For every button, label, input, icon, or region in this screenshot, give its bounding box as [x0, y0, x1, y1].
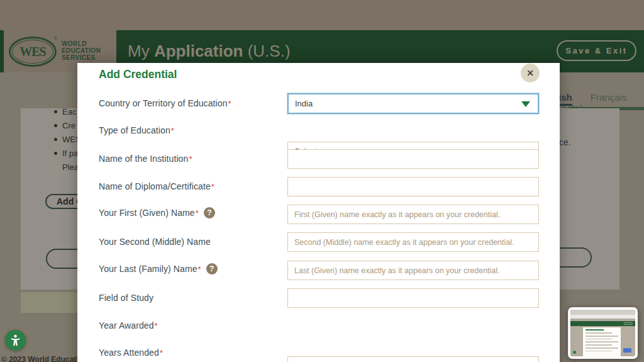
registered-mark: ®	[54, 36, 57, 40]
list-item-text: Cre	[62, 121, 75, 130]
label-text: Your Last (Family) Name	[99, 264, 197, 274]
accessibility-person-icon	[9, 334, 22, 347]
first-name-input[interactable]	[287, 205, 539, 224]
bullet-icon	[54, 152, 57, 155]
help-icon[interactable]: ?	[206, 263, 218, 274]
middle-name-label: Your Second (Middle) Name	[99, 237, 211, 247]
mini-blue-button	[623, 348, 631, 353]
screenshot-preview-thumbnail[interactable]	[568, 307, 638, 359]
years-attended-label: Years Attended*	[99, 348, 163, 358]
last-name-label: Your Last (Family) Name*?	[99, 263, 218, 274]
mini-modal	[583, 327, 621, 356]
last-name-input[interactable]	[287, 261, 539, 280]
education-type-label: Type of Education*	[99, 125, 174, 136]
mini-browser-chrome	[570, 310, 635, 315]
card-text-fragment: ce.	[559, 137, 571, 147]
label-text: Years Attended	[99, 348, 159, 358]
required-asterisk: *	[155, 321, 158, 331]
label-text: Year Awarded	[99, 320, 154, 331]
country-select[interactable]: India	[287, 93, 539, 114]
info-band	[21, 292, 77, 313]
bullet-icon	[54, 110, 57, 113]
country-label: Country or Territory of Education*	[99, 98, 231, 109]
mini-green-header	[570, 321, 635, 326]
middle-name-input[interactable]	[287, 232, 539, 252]
list-item-text: If pa	[62, 149, 78, 158]
country-select-value: India	[295, 99, 313, 108]
add-credential-modal: Add Credential ✕ Country or Territory of…	[77, 63, 560, 362]
page-title-prefix: My	[128, 42, 154, 60]
close-icon[interactable]: ✕	[521, 64, 540, 82]
bullet-icon	[54, 124, 57, 127]
page-title-suffix: (U.S.)	[243, 42, 290, 60]
required-asterisk: *	[189, 154, 192, 164]
list-item-text: Eac	[62, 107, 76, 116]
year-awarded-label: Year Awarded*	[99, 320, 158, 331]
chevron-down-icon	[521, 101, 530, 107]
label-text: Your First (Given) Name	[99, 208, 195, 218]
required-asterisk: *	[198, 264, 201, 274]
required-asterisk: *	[160, 348, 163, 358]
field-of-study-label: Field of Study	[99, 293, 153, 303]
bullet-icon	[54, 138, 57, 141]
year-awarded-select[interactable]: Select...	[287, 356, 539, 362]
copyright-text: © 2023 World Educatio	[1, 355, 83, 362]
page-title: My Application (U.S.)	[128, 42, 291, 61]
label-text: Type of Education	[99, 125, 170, 135]
institution-input[interactable]	[287, 149, 539, 169]
wes-logo-wordmark: WORLD EDUCATION SERVICES	[62, 40, 101, 61]
page-title-bold: Application	[154, 42, 243, 60]
required-asterisk: *	[196, 208, 199, 218]
field-of-study-input[interactable]	[287, 288, 539, 308]
required-asterisk: *	[171, 126, 174, 135]
wes-logo-acronym: WES	[12, 40, 53, 64]
label-text: Field of Study	[99, 293, 153, 303]
mini-accessibility-dot	[573, 351, 576, 354]
label-text: Name of Diploma/Certificate	[99, 181, 211, 191]
first-name-label: Your First (Given) Name*?	[99, 207, 215, 218]
wes-logo-oval-icon: WES ®	[9, 37, 57, 67]
diploma-input[interactable]	[287, 177, 539, 196]
label-text: Your Second (Middle) Name	[99, 237, 211, 247]
diploma-label: Name of Diploma/Certificate*	[99, 181, 214, 192]
label-text: Name of the Institution	[99, 154, 188, 164]
screenshot-preview-image	[570, 310, 635, 356]
required-asterisk: *	[228, 99, 231, 108]
institution-label: Name of the Institution*	[99, 154, 192, 164]
accessibility-widget-button[interactable]	[5, 330, 26, 351]
label-text: Country or Territory of Education	[99, 98, 228, 108]
save-exit-button[interactable]: Save & Exit	[557, 40, 636, 61]
required-asterisk: *	[211, 182, 214, 191]
modal-title: Add Credential	[99, 68, 177, 81]
help-icon[interactable]: ?	[204, 207, 215, 218]
